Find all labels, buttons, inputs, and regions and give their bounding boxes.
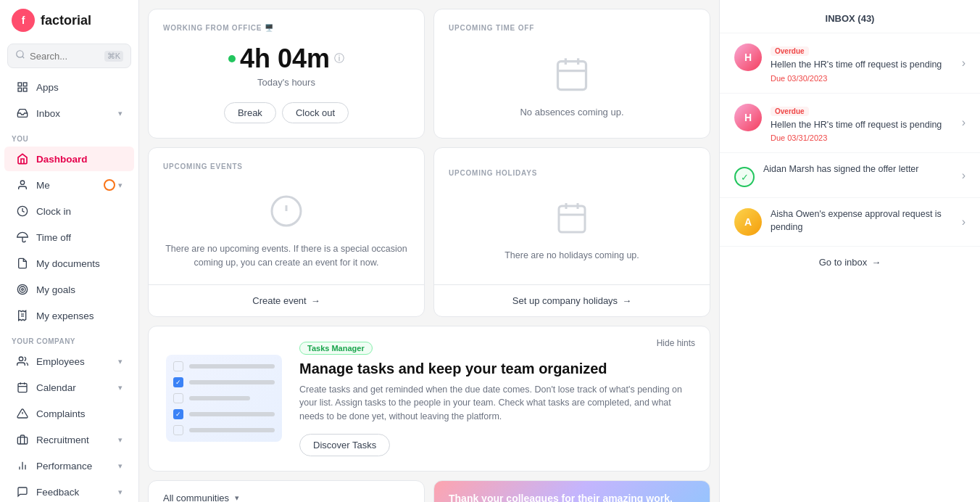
sidebar-item-label: My documents xyxy=(36,258,100,269)
sidebar-item-calendar[interactable]: Calendar ▾ xyxy=(4,375,134,400)
inbox-content-2: Overdue Hellen the HR's time off request… xyxy=(771,104,953,143)
events-title: UPCOMING EVENTS xyxy=(163,162,243,170)
sidebar-item-inbox[interactable]: Inbox ▾ xyxy=(4,101,134,126)
company-section-label: YOUR COMPANY xyxy=(0,329,138,348)
create-event-link[interactable]: Create event → xyxy=(252,295,320,306)
thank-colleagues-card: Thank your colleagues for their amazing … xyxy=(433,480,710,502)
sidebar-item-clock-in[interactable]: Clock in xyxy=(4,199,134,223)
sidebar-item-label: Clock in xyxy=(36,206,71,217)
sidebar-item-label: Dashboard xyxy=(36,154,88,165)
holidays-title: UPCOMING HOLIDAYS xyxy=(449,169,537,177)
sidebar-item-my-documents[interactable]: My documents xyxy=(4,251,134,276)
receipt-icon xyxy=(16,309,29,322)
inbox-item-3[interactable]: ✓ Aidan Marsh has signed the offer lette… xyxy=(720,153,980,198)
holidays-footer: Set up company holidays → xyxy=(434,284,710,316)
chevron-icon: ▾ xyxy=(118,357,122,366)
inbox-content-1: Overdue Hellen the HR's time off request… xyxy=(771,44,953,83)
main-content: WORKING FROM OFFICE 🖥️ 4h 04m ⓘ Today's … xyxy=(139,0,719,502)
inbox-item-1[interactable]: H Overdue Hellen the HR's time off reque… xyxy=(720,33,980,94)
discover-tasks-button[interactable]: Discover Tasks xyxy=(299,434,390,456)
tasks-banner: ✓ ✓ Tasks Manager Manage tasks a xyxy=(148,326,710,472)
hide-hints-button[interactable]: Hide hints xyxy=(657,338,695,348)
todays-hours-label: Today's hours xyxy=(257,77,315,88)
chevron-icon: ▾ xyxy=(118,461,122,471)
clock-out-button[interactable]: Clock out xyxy=(282,102,349,123)
clock-icon xyxy=(16,205,29,218)
no-absence-icon xyxy=(553,55,591,99)
sidebar-item-label: Feedback xyxy=(36,487,79,498)
tasks-content: Tasks Manager Manage tasks and keep your… xyxy=(299,341,692,456)
sidebar-item-employees[interactable]: Employees ▾ xyxy=(4,349,134,374)
inbox-due-2: Due 03/31/2023 xyxy=(771,133,953,142)
holidays-empty-icon xyxy=(555,200,589,242)
inbox-due-1: Due 03/30/2023 xyxy=(771,74,953,83)
search-input[interactable] xyxy=(30,51,100,62)
svg-rect-19 xyxy=(17,437,27,444)
alert-icon xyxy=(16,407,29,420)
svg-rect-13 xyxy=(18,384,27,392)
arrow-right-icon: › xyxy=(962,116,966,129)
umbrella-icon xyxy=(16,231,29,244)
sidebar-item-performance[interactable]: Performance ▾ xyxy=(4,453,134,478)
sidebar-item-complaints[interactable]: Complaints xyxy=(4,401,134,426)
logo-icon: f xyxy=(12,9,35,32)
inbox-text-4: Aisha Owen's expense approval request is… xyxy=(771,208,953,234)
logo-text: factorial xyxy=(41,13,91,28)
chevron-down-icon: ▾ xyxy=(235,493,239,502)
chevron-icon: ▾ xyxy=(118,109,122,118)
arrow-right-icon: → xyxy=(622,295,631,306)
home-icon xyxy=(16,152,29,165)
inbox-text-2: Hellen the HR's time off request is pend… xyxy=(771,119,953,132)
tasks-description: Create tasks and get reminded when the d… xyxy=(299,383,692,424)
inbox-text-3: Aidan Marsh has signed the offer letter xyxy=(763,163,953,176)
events-footer: Create event → xyxy=(149,284,424,316)
svg-rect-3 xyxy=(18,88,22,91)
time-off-empty: No absences coming up. xyxy=(520,107,623,118)
chevron-icon: ▾ xyxy=(118,383,122,392)
search-shortcut: ⌘K xyxy=(104,51,123,62)
break-button[interactable]: Break xyxy=(224,102,276,123)
search-bar[interactable]: ⌘K xyxy=(7,44,131,68)
setup-holidays-link[interactable]: Set up company holidays → xyxy=(512,295,631,306)
svg-rect-31 xyxy=(559,206,585,232)
thank-text: Thank your colleagues for their amazing … xyxy=(449,493,695,502)
events-card: UPCOMING EVENTS There are no upcoming ev… xyxy=(148,147,425,317)
middle-cards-row: UPCOMING EVENTS There are no upcoming ev… xyxy=(148,147,710,317)
sidebar-item-time-off[interactable]: Time off xyxy=(4,225,134,250)
sidebar-item-feedback[interactable]: Feedback ▾ xyxy=(4,480,134,502)
sidebar-item-apps[interactable]: Apps xyxy=(4,75,134,99)
briefcase-icon xyxy=(16,433,29,446)
inbox-item-2[interactable]: H Overdue Hellen the HR's time off reque… xyxy=(720,94,980,154)
arrow-right-icon: → xyxy=(871,257,881,268)
user-icon xyxy=(16,178,29,192)
go-to-inbox-link[interactable]: Go to inbox → xyxy=(720,247,980,278)
svg-rect-1 xyxy=(18,83,22,86)
sidebar-item-label: Calendar xyxy=(36,382,76,393)
sidebar-item-label: Performance xyxy=(36,461,92,472)
sidebar: f factorial ⌘K Apps Inbox ▾ YOU Dashboar… xyxy=(0,0,139,502)
create-event-label: Create event xyxy=(252,295,306,306)
sidebar-item-dashboard[interactable]: Dashboard xyxy=(4,147,134,171)
communities-card[interactable]: All communities ▾ xyxy=(148,480,425,502)
working-office-card: WORKING FROM OFFICE 🖥️ 4h 04m ⓘ Today's … xyxy=(148,9,425,139)
calendar-icon xyxy=(16,381,29,394)
working-office-title: WORKING FROM OFFICE 🖥️ xyxy=(163,24,274,32)
sidebar-item-my-expenses[interactable]: My expenses xyxy=(4,303,134,328)
avatar-aisha: A xyxy=(734,208,762,236)
svg-rect-24 xyxy=(558,62,586,90)
sidebar-item-label: My goals xyxy=(36,284,75,295)
chevron-icon: ▾ xyxy=(118,435,122,445)
inbox-item-4[interactable]: A Aisha Owen's expense approval request … xyxy=(720,198,980,247)
sidebar-item-recruitment[interactable]: Recruitment ▾ xyxy=(4,427,134,452)
avatar-hellen-2: H xyxy=(734,104,762,131)
inbox-icon xyxy=(16,107,29,120)
tasks-badge: Tasks Manager xyxy=(299,342,373,355)
sidebar-item-label: Employees xyxy=(36,356,85,367)
info-icon[interactable]: ⓘ xyxy=(334,52,344,65)
inbox-text-1: Hellen the HR's time off request is pend… xyxy=(771,59,953,72)
sidebar-item-me[interactable]: Me ▾ xyxy=(4,173,134,197)
overdue-badge: Overdue xyxy=(771,107,809,116)
sidebar-item-my-goals[interactable]: My goals xyxy=(4,277,134,302)
svg-point-0 xyxy=(17,51,23,57)
check-circle-icon: ✓ xyxy=(734,167,755,187)
